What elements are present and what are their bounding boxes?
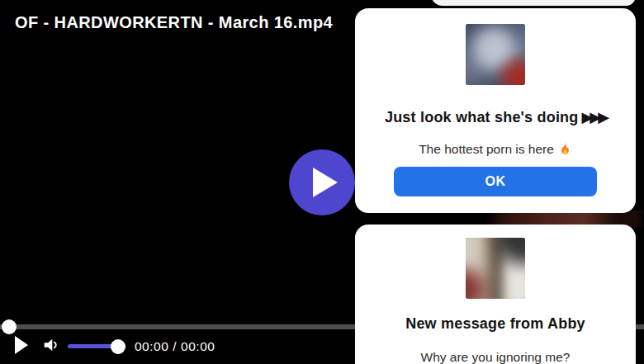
ad-popup-title: Just look what she's doing▶▶▶ [355,108,636,126]
mute-button[interactable] [41,336,59,357]
partial-popup-above[interactable] [431,0,636,6]
ad-popup-title-text: Just look what she's doing [385,109,579,125]
big-play-button[interactable] [289,149,355,215]
message-popup-title: New message from Abby [355,315,636,333]
photo-thumbnail [466,24,525,85]
speaker-icon [41,343,59,357]
message-popup-subtitle: Why are you ignoring me? [355,350,636,364]
duration: 00:00 [181,339,215,353]
ad-popup[interactable]: Just look what she's doing▶▶▶ The hottes… [355,8,636,213]
video-player: OF - HARDWORKERTN - March 16.mp4 00:00/0… [0,0,644,364]
seek-handle[interactable] [2,319,17,334]
current-time: 00:00 [135,339,168,353]
time-separator: / [168,339,181,353]
triple-arrow-icon: ▶▶▶ [578,109,606,125]
message-popup[interactable]: New message from Abby Why are you ignori… [355,225,636,364]
fire-icon [558,141,572,159]
play-icon [307,168,338,197]
ad-popup-subtitle-text: The hottest porn is here [419,142,554,156]
ok-button[interactable]: OK [394,167,597,196]
play-icon [15,343,28,357]
ad-popup-subtitle: The hottest porn is here [355,141,636,159]
ad-photo-thumbnail [466,24,525,85]
message-photo-thumbnail [466,238,525,299]
volume-slider-handle[interactable] [111,339,125,354]
video-title: OF - HARDWORKERTN - March 16.mp4 [15,13,333,32]
photo-thumbnail [466,238,525,299]
play-button[interactable] [15,336,28,357]
time-display: 00:00/00:00 [135,339,215,354]
